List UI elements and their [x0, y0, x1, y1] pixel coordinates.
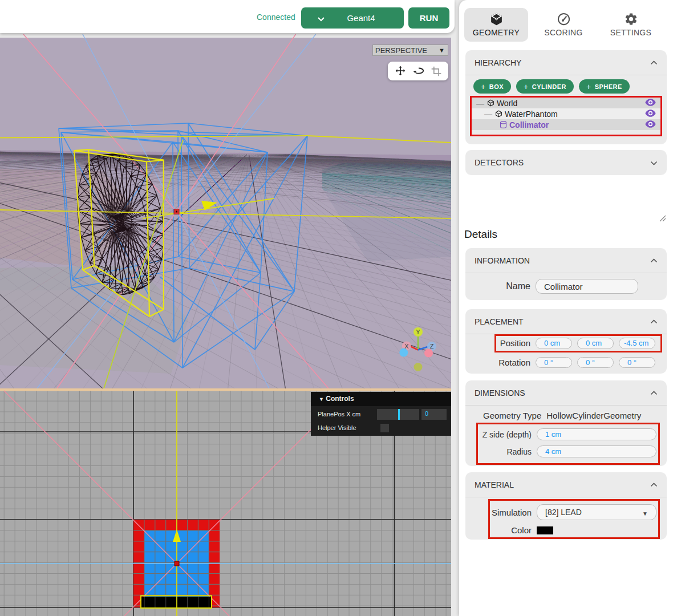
svg-text:X: X [404, 343, 409, 350]
svg-text:Y: Y [416, 329, 420, 335]
svg-text:Z: Z [430, 343, 434, 350]
